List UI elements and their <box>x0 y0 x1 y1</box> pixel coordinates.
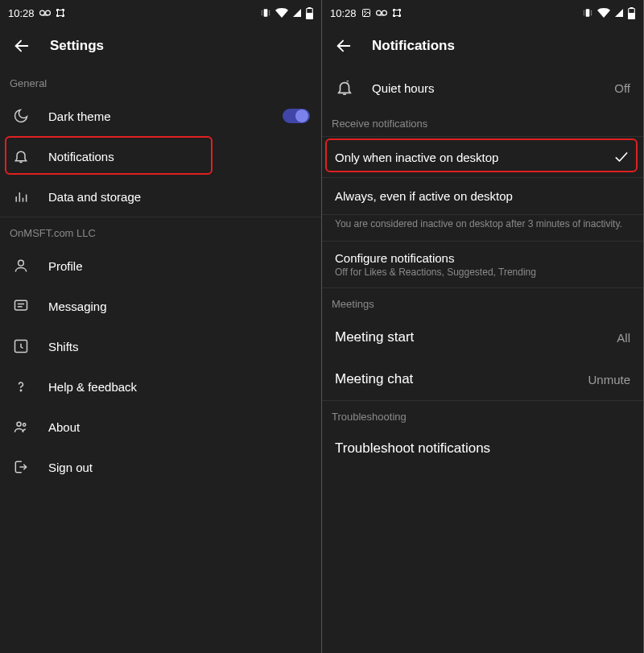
svg-rect-28 <box>586 9 590 16</box>
option-inactive-row[interactable]: Only when inactive on desktop <box>322 137 643 177</box>
svg-point-19 <box>17 422 21 426</box>
bars-icon <box>11 187 31 206</box>
page-title: Notifications <box>372 38 455 54</box>
arrow-left-icon <box>335 37 353 55</box>
battery-icon <box>306 7 313 19</box>
signal-icon <box>614 8 624 18</box>
dark-theme-toggle[interactable] <box>283 109 310 123</box>
svg-rect-4 <box>264 9 268 16</box>
svg-point-1 <box>45 10 50 15</box>
svg-point-13 <box>19 260 24 266</box>
status-right <box>260 7 313 19</box>
svg-rect-14 <box>15 300 27 310</box>
signout-icon <box>11 457 31 477</box>
teams-icon <box>11 417 31 436</box>
svg-point-25 <box>382 10 386 15</box>
back-button[interactable] <box>13 37 31 55</box>
notifications-row[interactable]: Notifications <box>0 136 321 176</box>
messaging-row[interactable]: Messaging <box>0 286 321 326</box>
wifi-icon <box>597 8 610 18</box>
configure-notifications-row[interactable]: Configure notifications Off for Likes & … <box>322 242 643 287</box>
signal-icon <box>292 8 302 18</box>
meeting-chat-value: Unmute <box>588 373 630 386</box>
svg-rect-3 <box>57 10 63 16</box>
clock: 10:28 <box>330 7 357 19</box>
svg-point-0 <box>39 10 44 15</box>
notifications-screen: 10:28 Notifications z Quiet hours Off Re… <box>322 0 644 653</box>
svg-rect-30 <box>630 7 633 9</box>
quiet-hours-row[interactable]: z Quiet hours Off <box>322 68 643 108</box>
section-org: OnMSFT.com LLC <box>0 217 321 246</box>
wifi-icon <box>275 8 288 18</box>
svg-rect-31 <box>629 13 635 19</box>
configure-sub: Off for Likes & Reactions, Suggested, Tr… <box>335 267 630 278</box>
meeting-start-value: All <box>617 331 630 345</box>
option-always-row[interactable]: Always, even if active on desktop <box>322 178 643 214</box>
section-receive: Receive notifications <box>322 108 643 136</box>
status-left: 10:28 <box>330 7 402 19</box>
signout-label: Sign out <box>48 461 310 474</box>
screenshot-icon <box>392 8 402 18</box>
meeting-chat-row[interactable]: Meeting chat Unmute <box>322 358 643 400</box>
status-left: 10:28 <box>8 7 65 19</box>
moon-icon <box>11 106 31 126</box>
data-storage-label: Data and storage <box>48 190 310 204</box>
page-title: Settings <box>50 38 104 54</box>
section-general: General <box>0 68 321 96</box>
inactive-note: You are considered inactive on desktop a… <box>322 215 643 241</box>
status-right <box>582 7 635 19</box>
voicemail-icon <box>39 9 51 17</box>
person-icon <box>11 256 31 275</box>
meeting-start-label: Meeting start <box>335 329 602 345</box>
status-bar: 10:28 <box>0 0 321 26</box>
messaging-label: Messaging <box>48 300 310 313</box>
dark-theme-row[interactable]: Dark theme <box>0 96 321 136</box>
option-always-label: Always, even if active on desktop <box>335 189 630 203</box>
screenshot-icon <box>56 8 65 18</box>
vibrate-icon <box>582 7 593 19</box>
troubleshoot-row[interactable]: Troubleshoot notifications <box>322 429 643 468</box>
check-icon <box>613 148 630 166</box>
data-storage-row[interactable]: Data and storage <box>0 176 321 217</box>
chat-icon <box>11 296 31 316</box>
battery-icon <box>628 7 635 19</box>
profile-label: Profile <box>48 259 310 273</box>
sleep-bell-icon: z <box>335 78 354 97</box>
notifications-label: Notifications <box>48 150 310 163</box>
svg-rect-6 <box>308 7 311 9</box>
svg-rect-27 <box>394 10 399 16</box>
question-icon <box>11 377 31 396</box>
svg-text:z: z <box>346 79 349 85</box>
voicemail-icon <box>376 9 387 17</box>
quiet-hours-value: Off <box>614 81 630 95</box>
shifts-label: Shifts <box>48 340 310 353</box>
section-troubleshooting: Troubleshooting <box>322 401 643 429</box>
status-bar: 10:28 <box>322 0 643 26</box>
dark-theme-label: Dark theme <box>48 110 265 123</box>
header: Settings <box>0 26 321 68</box>
about-row[interactable]: About <box>0 407 321 447</box>
bell-icon <box>11 147 31 166</box>
about-label: About <box>48 420 310 434</box>
help-row[interactable]: Help & feedback <box>0 366 321 407</box>
header: Notifications <box>322 26 643 68</box>
svg-rect-7 <box>307 13 313 19</box>
svg-point-24 <box>376 10 381 15</box>
settings-screen: 10:28 Settings General Dark theme <box>0 0 322 653</box>
image-icon <box>361 8 371 18</box>
section-meetings: Meetings <box>322 288 643 316</box>
configure-label: Configure notifications <box>335 251 630 265</box>
profile-row[interactable]: Profile <box>0 246 321 286</box>
signout-row[interactable]: Sign out <box>0 447 321 487</box>
arrow-left-icon <box>13 37 31 55</box>
svg-point-20 <box>23 424 26 426</box>
troubleshoot-label: Troubleshoot notifications <box>335 440 630 457</box>
svg-point-18 <box>20 390 21 391</box>
shifts-row[interactable]: Shifts <box>0 326 321 366</box>
meeting-start-row[interactable]: Meeting start All <box>322 316 643 358</box>
vibrate-icon <box>260 7 271 19</box>
quiet-hours-label: Quiet hours <box>372 81 597 95</box>
svg-point-23 <box>364 11 365 13</box>
back-button[interactable] <box>335 37 353 55</box>
help-label: Help & feedback <box>48 380 310 394</box>
